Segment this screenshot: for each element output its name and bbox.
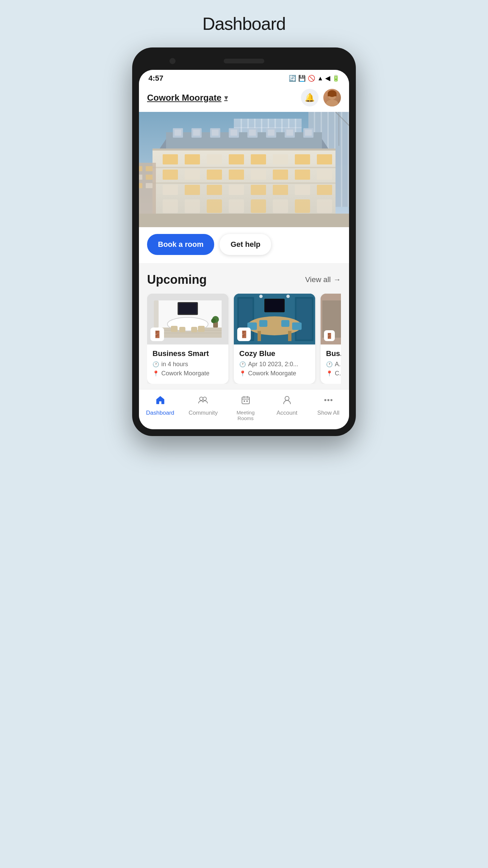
svg-rect-115 — [288, 331, 291, 341]
card-location: 📍 Cowork Moorgate — [239, 370, 310, 377]
cta-area: Book a room Get help — [139, 227, 349, 263]
svg-rect-72 — [185, 199, 200, 213]
svg-rect-73 — [207, 199, 222, 213]
card-time-text: in 4 hours — [161, 361, 188, 368]
home-icon — [155, 395, 165, 408]
svg-rect-76 — [273, 199, 288, 213]
svg-rect-118 — [281, 320, 289, 327]
svg-point-1 — [326, 100, 338, 106]
view-all-label: View all — [305, 275, 331, 284]
svg-rect-77 — [295, 199, 310, 213]
sync-icon: 🔄 — [289, 75, 296, 82]
upcoming-section: Upcoming View all → — [139, 263, 349, 389]
svg-rect-33 — [193, 130, 200, 136]
arrow-icon: → — [333, 275, 341, 284]
svg-rect-86 — [146, 175, 152, 180]
avatar-image — [323, 89, 341, 106]
avatar[interactable] — [323, 89, 341, 106]
status-icons: 🔄 💾 🚫 ▲ ◀ 🔋 — [289, 75, 340, 82]
nav-item-dashboard[interactable]: Dashboard — [146, 395, 174, 421]
room-icon: 🚪 — [150, 328, 164, 341]
svg-point-137 — [330, 399, 332, 401]
svg-rect-119 — [292, 322, 302, 330]
svg-point-122 — [259, 295, 263, 298]
book-room-button[interactable]: Book a room — [147, 234, 214, 255]
phone-camera — [169, 58, 176, 64]
card-info: Business Smart 🕐 in 4 hours 📍 Cowork Moo… — [147, 344, 228, 384]
account-icon — [282, 395, 292, 408]
svg-rect-107 — [154, 300, 159, 328]
location-selector[interactable]: Cowork Moorgate ▾ — [147, 93, 228, 103]
community-icon — [198, 395, 208, 408]
signal-icon: ◀ — [325, 75, 330, 82]
svg-rect-87 — [139, 183, 142, 188]
svg-rect-133 — [246, 400, 248, 402]
nav-item-show-all[interactable]: Show All — [315, 395, 342, 421]
svg-rect-59 — [251, 170, 266, 180]
status-time: 4:57 — [148, 74, 163, 83]
card-location: 📍 Cowork Moorgate — [152, 370, 223, 377]
svg-rect-88 — [146, 183, 152, 188]
svg-rect-53 — [295, 154, 310, 164]
calendar-icon — [241, 395, 251, 408]
svg-rect-49 — [207, 154, 222, 164]
svg-rect-70 — [317, 185, 332, 195]
room-card[interactable]: 🚪 Bus... 🕐 A... 📍 C... — [321, 294, 341, 384]
card-location-text: Cowork Moorgate — [248, 370, 296, 377]
svg-rect-31 — [175, 130, 181, 136]
notifications-button[interactable]: 🔔 — [301, 89, 319, 106]
svg-rect-71 — [163, 199, 178, 213]
svg-rect-117 — [259, 320, 267, 327]
view-all-button[interactable]: View all → — [305, 275, 341, 284]
svg-rect-121 — [265, 300, 284, 311]
phone-notch — [139, 54, 349, 68]
get-help-button[interactable]: Get help — [220, 234, 271, 255]
svg-rect-62 — [317, 170, 332, 180]
svg-rect-101 — [198, 326, 205, 332]
svg-rect-56 — [185, 170, 200, 180]
card-location-text: C... — [335, 370, 341, 377]
svg-rect-114 — [258, 331, 261, 341]
room-card[interactable]: 🚪 Business Smart 🕐 in 4 hours 📍 Cowork M… — [147, 294, 228, 384]
card-image: 🚪 — [321, 294, 341, 344]
svg-rect-15 — [234, 127, 302, 128]
svg-rect-74 — [229, 199, 244, 213]
card-room-name: Bus... — [326, 349, 341, 358]
svg-rect-26 — [341, 112, 342, 207]
svg-rect-67 — [251, 185, 266, 195]
room-icon: 🚪 — [237, 328, 251, 341]
page-title: Dashboard — [202, 14, 285, 34]
svg-rect-45 — [305, 130, 312, 136]
upcoming-title: Upcoming — [147, 273, 207, 287]
svg-rect-60 — [273, 170, 288, 180]
svg-point-126 — [200, 397, 203, 400]
card-location-text: Cowork Moorgate — [161, 370, 209, 377]
clock-icon: 🕐 — [326, 361, 333, 368]
nav-item-community[interactable]: Community — [188, 395, 218, 421]
svg-rect-89 — [139, 214, 349, 227]
bottom-navigation: Dashboard Community — [139, 389, 349, 429]
nav-item-meeting-rooms[interactable]: Meeting Rooms — [232, 395, 259, 421]
svg-point-123 — [286, 295, 290, 298]
svg-rect-83 — [139, 166, 142, 171]
room-card[interactable]: 🚪 Cozy Blue 🕐 Apr 10 2023, 2:0... 📍 Cowo… — [234, 294, 315, 384]
card-room-name: Cozy Blue — [239, 349, 310, 358]
nav-item-account[interactable]: Account — [273, 395, 301, 421]
nav-label-meeting-rooms: Meeting Rooms — [237, 410, 255, 421]
location-icon: 📍 — [152, 370, 159, 377]
svg-rect-58 — [229, 170, 244, 180]
card-time-text: A... — [335, 361, 341, 368]
upcoming-header: Upcoming View all → — [147, 273, 341, 287]
nav-label-account: Account — [277, 410, 297, 416]
nav-label-community: Community — [188, 410, 218, 416]
svg-rect-66 — [229, 185, 244, 195]
svg-rect-100 — [191, 327, 197, 332]
svg-rect-41 — [268, 130, 274, 136]
phone-screen: 4:57 🔄 💾 🚫 ▲ ◀ 🔋 Cowork Moorgate ▾ 🔔 — [139, 70, 349, 429]
location-icon: 📍 — [239, 370, 246, 377]
svg-rect-61 — [295, 170, 310, 180]
svg-rect-65 — [207, 185, 222, 195]
svg-rect-63 — [163, 185, 178, 195]
app-header: Cowork Moorgate ▾ 🔔 — [139, 85, 349, 112]
svg-rect-39 — [249, 130, 256, 136]
